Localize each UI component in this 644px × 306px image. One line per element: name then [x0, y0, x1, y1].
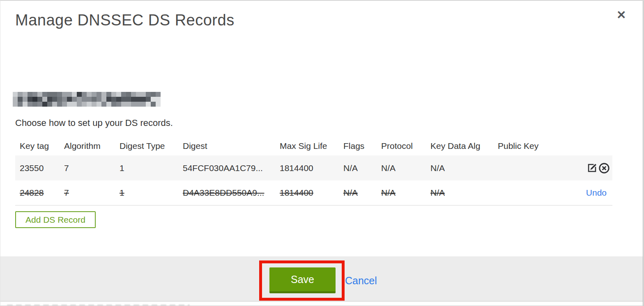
cell-algorithm: 7 [64, 188, 120, 198]
row-actions [586, 162, 610, 174]
close-icon[interactable]: ✕ [616, 8, 626, 22]
background-page-edge [7, 304, 190, 306]
col-header-algorithm: Algorithm [64, 141, 120, 151]
undo-link[interactable]: Undo [586, 188, 610, 198]
col-header-public-key: Public Key [498, 141, 612, 151]
cancel-link[interactable]: Cancel [345, 275, 377, 287]
cell-protocol: N/A [381, 188, 430, 198]
cell-digest-type: 1 [120, 188, 183, 198]
page-title: Manage DNSSEC DS Records [15, 11, 235, 29]
save-button[interactable]: Save [269, 267, 336, 293]
cell-digest-type: 1 [120, 163, 183, 173]
col-header-key-data-alg: Key Data Alg [430, 141, 498, 151]
cell-algorithm: 7 [64, 163, 120, 173]
col-header-digest: Digest [183, 141, 280, 151]
cell-digest: 54FCF030AA1C79... [183, 163, 280, 173]
cell-max-sig-life: 1814400 [280, 163, 343, 173]
add-ds-record-button[interactable]: Add DS Record [15, 211, 96, 228]
cell-digest: D4A33E8DD550A9... [183, 188, 280, 198]
cell-key-data-alg: N/A [430, 163, 498, 173]
cell-key-tag: 24828 [15, 188, 64, 198]
table-header-row: Key tag Algorithm Digest Type Digest Max… [15, 136, 612, 155]
pencil-square-icon[interactable] [586, 162, 598, 174]
cell-flags: N/A [343, 163, 381, 173]
cell-max-sig-life: 1814400 [280, 188, 343, 198]
row-actions: Undo [586, 188, 610, 198]
redacted-domain-name [13, 92, 161, 107]
ds-records-table: Key tag Algorithm Digest Type Digest Max… [15, 136, 612, 206]
cell-key-data-alg: N/A [430, 188, 498, 198]
cell-protocol: N/A [381, 163, 430, 173]
col-header-digest-type: Digest Type [120, 141, 183, 151]
table-row: 24828 7 1 D4A33E8DD550A9... 1814400 N/A … [15, 180, 612, 206]
circle-x-icon[interactable] [598, 162, 610, 174]
cell-flags: N/A [343, 188, 381, 198]
col-header-protocol: Protocol [381, 141, 430, 151]
table-row: 23550 7 1 54FCF030AA1C79... 1814400 N/A … [15, 155, 612, 180]
cell-key-tag: 23550 [15, 163, 64, 173]
col-header-flags: Flags [343, 141, 381, 151]
instruction-text: Choose how to set up your DS records. [15, 118, 173, 128]
col-header-key-tag: Key tag [15, 141, 64, 151]
col-header-max-sig-life: Max Sig Life [280, 141, 343, 151]
